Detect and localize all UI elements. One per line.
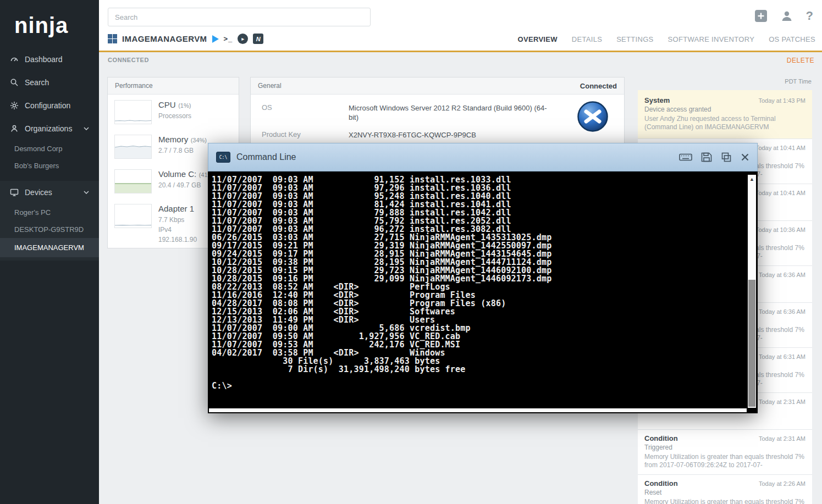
tab-overview[interactable]: OVERVIEW	[518, 35, 558, 43]
perf-metric-detail: 2.7 / 7.8 GB	[158, 147, 207, 154]
app-window: ninja Dashboard Search Configuration Org…	[0, 0, 822, 504]
terminal-window[interactable]: 11/07/2007 09:03 AM 91,152 install.res.1…	[208, 171, 758, 413]
tab-settings[interactable]: SETTINGS	[616, 35, 653, 43]
top-icons: ?	[754, 9, 813, 23]
device-name: IMAGEMANAGERVM	[122, 34, 207, 43]
perf-metric-pct: (1%)	[178, 102, 191, 109]
sidebar-org-bobs-burgers[interactable]: Bob's Burgers	[0, 157, 99, 174]
agent-icon[interactable]: N	[253, 34, 263, 44]
scroll-up-arrow[interactable]: ▲	[748, 176, 756, 182]
connected-badge: Connected	[580, 82, 617, 90]
sidebar-item-devices[interactable]: Devices	[0, 181, 99, 204]
copy-icon[interactable]	[721, 152, 732, 162]
perf-metric-detail: 7.7 Kbps	[158, 216, 197, 224]
help-icon[interactable]: ?	[806, 9, 813, 23]
tab-os-patches[interactable]: OS PATCHES	[769, 35, 815, 43]
sidebar-item-search[interactable]: Search	[0, 71, 99, 94]
perf-metric-detail: 20.4 / 49.7 GB	[158, 181, 215, 189]
sidebar-item-organizations[interactable]: Organizations	[0, 117, 99, 140]
sidebar: ninja Dashboard Search Configuration Org…	[0, 0, 99, 504]
keyboard-icon[interactable]	[679, 152, 692, 162]
terminal-horizontal-scrollbar[interactable]	[209, 408, 747, 412]
feed-card-system[interactable]: SystemToday at 1:43 PM Device access gra…	[638, 90, 812, 139]
ninja-logo: ninja	[0, 0, 99, 48]
perf-row-cpu[interactable]: CPU (1%) Processors	[108, 95, 239, 129]
terminal-output: 11/07/2007 09:03 AM 91,152 install.res.1…	[208, 171, 758, 395]
windows-server-logo	[577, 101, 609, 132]
perf-metric-detail: Processors	[158, 112, 191, 120]
general-title: General	[258, 82, 282, 90]
save-icon[interactable]	[701, 152, 712, 162]
volume-sparkline	[114, 169, 152, 193]
perf-metric-name: Volume C:	[158, 169, 196, 179]
adapter-sparkline	[114, 204, 152, 228]
terminal-icon[interactable]: >_	[224, 35, 233, 43]
sidebar-item-label: Dashboard	[25, 55, 63, 64]
modal-icons	[679, 152, 749, 162]
performance-panel-header: Performance	[108, 77, 239, 95]
sidebar-device-rogers-pc[interactable]: Roger's PC	[0, 204, 99, 221]
sidebar-item-label: Organizations	[25, 124, 72, 133]
windows-flag-icon	[108, 34, 117, 43]
field-label: Product Key	[262, 130, 349, 140]
chevron-down-icon	[84, 191, 89, 194]
tab-details[interactable]: DETAILS	[572, 35, 602, 43]
devices-group: Devices Roger's PC DESKTOP-G9STR9D IMAGE…	[0, 181, 99, 261]
people-icon	[10, 124, 19, 133]
timezone-label: PDT Time	[785, 78, 812, 85]
general-panel-header: General Connected	[251, 77, 624, 95]
device-tabs: OVERVIEW DETAILS SETTINGS SOFTWARE INVEN…	[518, 35, 815, 43]
feed-card-condition-triggered[interactable]: ConditionToday at 2:31 AM Triggered Memo…	[638, 430, 812, 475]
search-icon	[10, 78, 19, 87]
field-value: Microsoft Windows Server 2012 R2 Standar…	[349, 103, 553, 122]
top-bar: ? IMAGEMANAGERVM >_ ▸ N OVERVIEW DETAILS…	[99, 0, 822, 52]
add-icon[interactable]	[754, 9, 768, 23]
feed-card-time: Today at 1:43 PM	[758, 97, 806, 104]
connection-status: CONNECTED	[108, 57, 149, 63]
perf-metric-name: CPU	[158, 100, 176, 109]
scrollbar-thumb[interactable]	[748, 280, 755, 407]
search-input[interactable]	[108, 8, 371, 26]
sidebar-item-label: Devices	[25, 188, 52, 197]
feed-card-condition-reset[interactable]: ConditionToday at 2:26 AM Reset Memory U…	[638, 475, 812, 504]
device-header: IMAGEMANAGERVM >_ ▸ N	[108, 34, 263, 44]
user-icon[interactable]	[781, 10, 793, 22]
chevron-down-icon	[84, 127, 89, 130]
gear-icon	[10, 101, 19, 110]
sidebar-nav: Dashboard Search Configuration Organizat…	[0, 48, 99, 261]
general-field-os: OS Microsoft Windows Server 2012 R2 Stan…	[262, 103, 613, 122]
field-label: OS	[262, 103, 349, 122]
general-field-product-key: Product Key X2NVY-RT9X8-F6TGC-KQWCP-9P9C…	[262, 130, 613, 140]
cpu-sparkline	[114, 100, 152, 124]
sidebar-item-dashboard[interactable]: Dashboard	[0, 48, 99, 71]
feed-card-title: System	[644, 96, 670, 104]
play-icon[interactable]	[212, 35, 219, 43]
feed-card-message: User Andy Zhu requested access to Termin…	[644, 115, 806, 131]
sidebar-device-desktop-g9str9d[interactable]: DESKTOP-G9STR9D	[0, 221, 99, 238]
perf-metric-name: Adapter 1	[158, 204, 194, 213]
perf-metric-pct: (34%)	[191, 137, 207, 143]
sidebar-item-label: Configuration	[25, 101, 70, 110]
performance-title: Performance	[115, 82, 153, 90]
dashboard-icon	[10, 55, 19, 64]
field-value: X2NVY-RT9X8-F6TGC-KQWCP-9P9CB	[349, 130, 553, 140]
sidebar-device-imagemanagervm[interactable]: IMAGEMANAGERVM	[0, 238, 99, 257]
sidebar-item-label: Search	[25, 78, 49, 87]
remote-session-icon[interactable]: ▸	[238, 34, 248, 44]
modal-titlebar[interactable]: C:\ Command Line	[208, 143, 758, 171]
delete-button[interactable]: DELETE	[787, 57, 814, 64]
tab-software-inventory[interactable]: SOFTWARE INVENTORY	[668, 35, 755, 43]
feed-card-status: Device access granted	[644, 106, 806, 114]
command-prompt-icon: C:\	[216, 152, 230, 163]
terminal-vertical-scrollbar[interactable]: ▲	[748, 175, 756, 408]
command-line-modal: C:\ Command Line 11/07/2007 09:03 AM 91,…	[208, 143, 758, 413]
sidebar-item-configuration[interactable]: Configuration	[0, 94, 99, 117]
modal-title: Command Line	[236, 152, 296, 162]
perf-metric-name: Memory	[158, 135, 188, 144]
sidebar-org-desmond-corp[interactable]: Desmond Corp	[0, 140, 99, 157]
close-icon[interactable]	[741, 153, 749, 162]
memory-sparkline	[114, 135, 152, 159]
monitor-icon	[10, 188, 19, 197]
